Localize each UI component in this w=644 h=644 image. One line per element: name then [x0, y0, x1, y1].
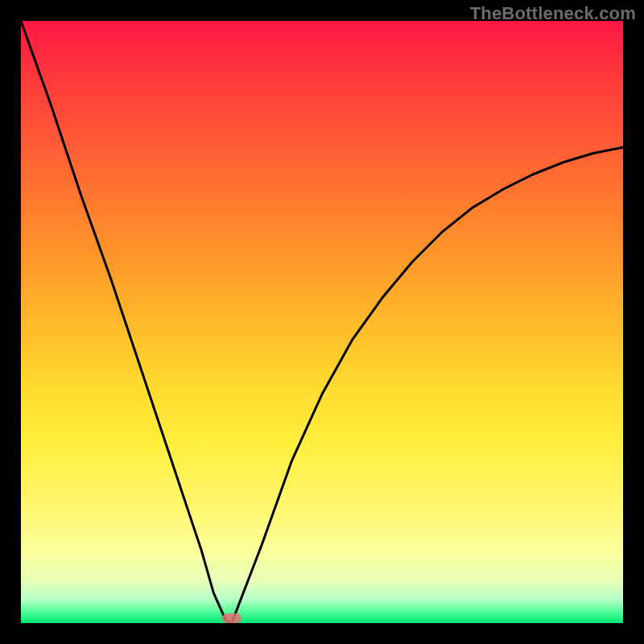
chart-frame: TheBottleneck.com: [0, 0, 644, 644]
plot-area: [21, 21, 623, 623]
watermark-text: TheBottleneck.com: [470, 3, 636, 24]
optimal-marker: [222, 613, 242, 623]
bottleneck-curve: [21, 21, 623, 623]
